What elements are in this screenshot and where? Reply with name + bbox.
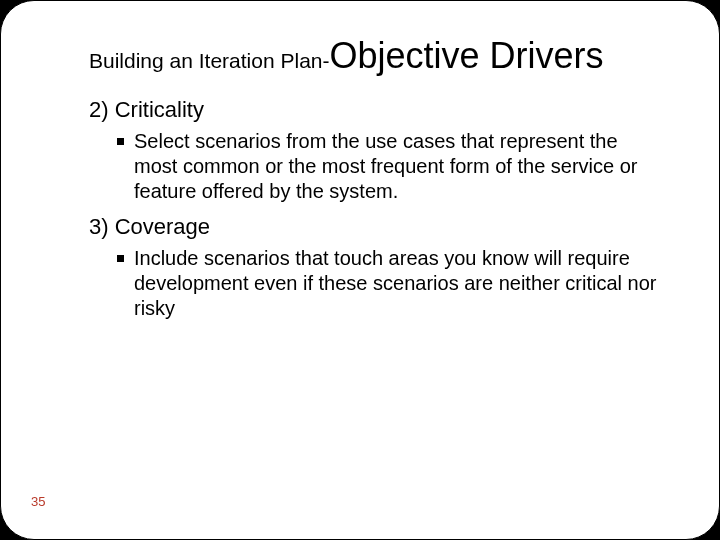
slide-body: 2) Criticality Select scenarios from the…: [89, 97, 659, 331]
section-criticality: 2) Criticality Select scenarios from the…: [89, 97, 659, 204]
list-item: Include scenarios that touch areas you k…: [117, 246, 659, 321]
page-number: 35: [31, 494, 45, 509]
bullet-text: Select scenarios from the use cases that…: [134, 129, 659, 204]
square-bullet-icon: [117, 255, 124, 262]
section-coverage: 3) Coverage Include scenarios that touch…: [89, 214, 659, 321]
list-item: Select scenarios from the use cases that…: [117, 129, 659, 204]
slide-title: Building an Iteration Plan-Objective Dri…: [89, 37, 679, 75]
title-main: Objective Drivers: [330, 35, 604, 76]
section-heading: 3) Coverage: [89, 214, 659, 240]
title-prefix: Building an Iteration Plan-: [89, 49, 330, 72]
section-heading: 2) Criticality: [89, 97, 659, 123]
square-bullet-icon: [117, 138, 124, 145]
bullet-text: Include scenarios that touch areas you k…: [134, 246, 659, 321]
slide: Building an Iteration Plan-Objective Dri…: [0, 0, 720, 540]
